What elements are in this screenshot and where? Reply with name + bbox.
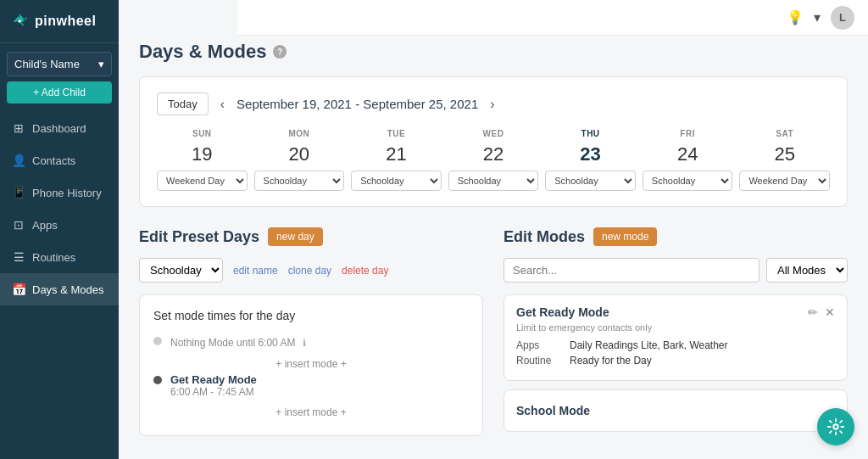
day-number: 23 <box>580 143 600 165</box>
sidebar-item-label: Apps <box>32 219 58 232</box>
clone-day-button[interactable]: clone day <box>288 265 331 277</box>
mode-card-header: Get Ready Mode ✏ ✕ <box>516 305 835 319</box>
timeline-dot <box>153 337 162 345</box>
day-col-tue: TUE 21 Schoolday <box>351 129 442 191</box>
fab-button[interactable] <box>817 408 854 445</box>
prev-arrow[interactable]: ‹ <box>220 97 225 112</box>
preset-controls: Schoolday edit name clone day delete day <box>139 258 483 283</box>
apps-label: Apps <box>516 339 563 351</box>
day-col-wed: WED 22 Schoolday <box>448 129 539 191</box>
preset-days-title: Edit Preset Days <box>139 228 259 246</box>
day-label: FRI <box>680 129 695 138</box>
svg-point-1 <box>833 424 838 429</box>
mode-card-subtitle: Limit to emergency contacts only <box>516 322 835 333</box>
mode-time: 6:00 AM - 7:45 AM <box>170 386 257 398</box>
sidebar: pinwheel Child's Name ▾ + Add Child ⊞ Da… <box>0 0 119 459</box>
day-mode-select-1[interactable]: Schoolday <box>254 171 345 191</box>
calendar-card: Today ‹ September 19, 2021 - September 2… <box>139 76 848 207</box>
timeline-dot-active <box>153 376 162 384</box>
edit-name-button[interactable]: edit name <box>233 265 278 277</box>
main-content: 💡 ▾ L Days & Modes ? Today ‹ September 1… <box>119 0 868 459</box>
sidebar-item-contacts[interactable]: 👤 Contacts <box>0 144 119 176</box>
day-mode-select-6[interactable]: Weekend Day <box>739 171 830 191</box>
next-arrow[interactable]: › <box>490 97 494 112</box>
page-title-text: Days & Modes <box>139 41 266 63</box>
day-col-fri: FRI 24 Schoolday <box>643 129 733 191</box>
sidebar-item-label: Contacts <box>32 154 75 167</box>
day-number: 19 <box>192 143 212 165</box>
phone-history-icon: 📱 <box>12 186 25 199</box>
svg-point-0 <box>18 20 21 23</box>
school-mode-title: School Mode <box>516 404 590 417</box>
settings-icon <box>826 417 845 436</box>
user-avatar[interactable]: L <box>831 6 854 30</box>
sidebar-item-days-modes[interactable]: 📅 Days & Modes <box>0 273 119 305</box>
edit-modes-title: Edit Modes <box>504 228 585 246</box>
help-icon[interactable]: ? <box>273 45 287 59</box>
get-ready-mode-card: Get Ready Mode ✏ ✕ Limit to emergency co… <box>504 294 848 381</box>
day-col-mon: MON 20 Schoolday <box>254 129 345 191</box>
delete-day-button[interactable]: delete day <box>342 265 388 277</box>
top-bar: 💡 ▾ L <box>237 0 868 36</box>
timeline-item-nothing: Nothing Mode until 6:00 AM ℹ <box>153 334 469 350</box>
nothing-mode-text: Nothing Mode until 6:00 AM <box>170 337 295 349</box>
today-button[interactable]: Today <box>157 92 209 115</box>
mode-apps-row: Apps Daily Readings Lite, Bark, Weather <box>516 339 835 351</box>
modes-search-input[interactable] <box>504 258 760 283</box>
insert-mode-1[interactable]: + insert mode + <box>153 355 469 373</box>
edit-modes-header: Edit Modes new mode <box>504 227 848 246</box>
sidebar-item-apps[interactable]: ⊡ Apps <box>0 209 119 241</box>
sidebar-item-routines[interactable]: ☰ Routines <box>0 241 119 273</box>
date-range: September 19, 2021 - September 25, 2021 <box>236 97 478 111</box>
new-mode-button[interactable]: new mode <box>593 227 657 246</box>
page-content: Days & Modes ? Today ‹ September 19, 202… <box>139 17 848 440</box>
day-label: SUN <box>192 129 212 138</box>
new-day-button[interactable]: new day <box>268 227 323 246</box>
insert-mode-2[interactable]: + insert mode + <box>153 403 469 422</box>
mode-card-actions: ✏ ✕ <box>808 305 835 319</box>
sidebar-item-label: Days & Modes <box>32 283 104 296</box>
day-label: TUE <box>387 129 406 138</box>
timeline-title: Set mode times for the day <box>153 309 469 322</box>
calendar-nav: Today ‹ September 19, 2021 - September 2… <box>157 92 830 115</box>
bulb-icon[interactable]: 💡 <box>787 9 804 25</box>
day-col-thu: THU 23 Schoolday <box>545 129 636 191</box>
pinwheel-logo-icon <box>10 12 29 31</box>
day-mode-select-2[interactable]: Schoolday <box>351 171 442 191</box>
day-mode-select-5[interactable]: Schoolday <box>643 171 733 191</box>
chevron-down-icon[interactable]: ▾ <box>814 9 821 25</box>
add-child-button[interactable]: + Add Child <box>7 81 112 104</box>
user-initial: L <box>839 11 846 24</box>
school-mode-card: School Mode <box>504 389 848 432</box>
school-mode-header: School Mode <box>516 400 835 417</box>
dashboard-icon: ⊞ <box>12 121 25 135</box>
edit-modes-section: Edit Modes new mode All Modes Get Ready … <box>504 227 848 440</box>
mode-routine-row: Routine Ready for the Day <box>516 355 835 367</box>
routine-label: Routine <box>516 355 563 367</box>
day-label: SAT <box>776 129 793 138</box>
child-selector[interactable]: Child's Name ▾ <box>7 52 112 76</box>
apps-value: Daily Readings Lite, Bark, Weather <box>570 339 728 351</box>
day-label: MON <box>288 129 309 138</box>
day-mode-select-3[interactable]: Schoolday <box>448 171 539 191</box>
days-modes-icon: 📅 <box>12 283 25 296</box>
day-number: 21 <box>386 143 406 165</box>
day-number: 24 <box>677 143 698 165</box>
all-modes-select[interactable]: All Modes <box>766 258 848 283</box>
info-icon: ℹ <box>303 338 306 348</box>
day-label: THU <box>581 129 600 138</box>
preset-days-header: Edit Preset Days new day <box>139 227 483 246</box>
sidebar-item-dashboard[interactable]: ⊞ Dashboard <box>0 112 119 144</box>
sidebar-item-label: Dashboard <box>32 122 86 135</box>
close-mode-icon[interactable]: ✕ <box>825 305 835 319</box>
sidebar-item-phone-history[interactable]: 📱 Phone History <box>0 176 119 209</box>
day-mode-select-4[interactable]: Schoolday <box>545 171 636 191</box>
sidebar-item-label: Routines <box>32 251 75 264</box>
schoolday-select[interactable]: Schoolday <box>139 258 223 283</box>
days-grid: SUN 19 Weekend Day MON 20 Schoolday TUE … <box>157 129 830 191</box>
day-number: 25 <box>774 143 794 165</box>
edit-mode-icon[interactable]: ✏ <box>808 305 818 319</box>
child-name: Child's Name <box>14 58 80 70</box>
timeline-item-get-ready: Get Ready Mode 6:00 AM - 7:45 AM <box>153 373 469 398</box>
day-mode-select-0[interactable]: Weekend Day <box>157 171 248 191</box>
